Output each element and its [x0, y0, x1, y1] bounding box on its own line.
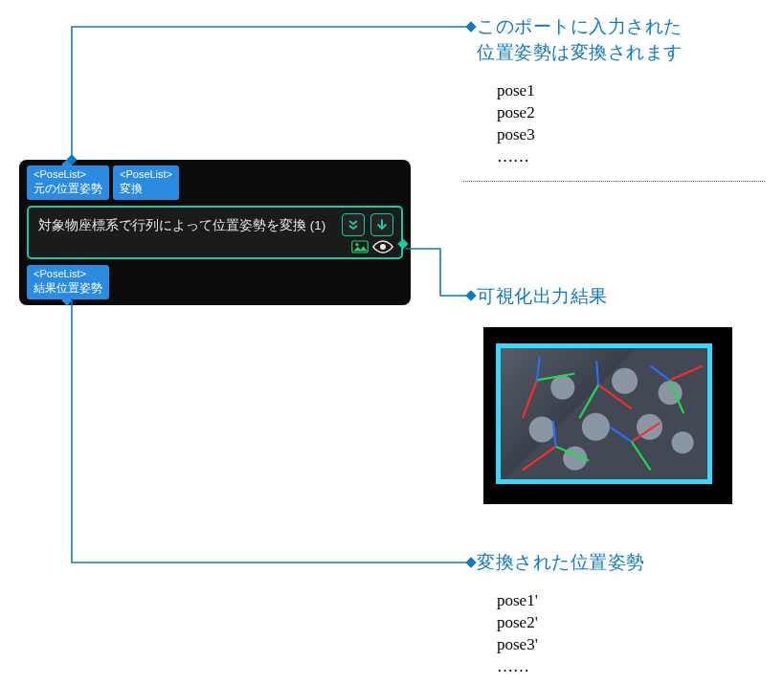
output-port-result-poses[interactable]: <PoseList> 結果位置姿勢 [27, 265, 109, 299]
svg-line-3 [523, 380, 537, 418]
separator [463, 181, 765, 182]
svg-line-6 [598, 385, 632, 408]
annotation-text: 変換された位置姿勢 [477, 552, 645, 572]
svg-rect-19 [465, 21, 476, 32]
svg-point-1 [355, 243, 358, 246]
annotation-text: このポートに入力された [477, 16, 683, 36]
input-port-row: <PoseList> 元の位置姿勢 <PoseList> 変換 [27, 165, 403, 200]
svg-point-2 [380, 244, 386, 250]
visibility-icon[interactable] [372, 240, 393, 254]
list-item: pose2 [497, 102, 535, 124]
port-label: 結果位置姿勢 [34, 281, 102, 296]
annotation-text: 位置姿勢は変換されます [477, 42, 683, 62]
run-button[interactable] [370, 213, 393, 236]
port-type: <PoseList> [34, 268, 102, 281]
annotation-output-title: 変換された位置姿勢 [477, 550, 645, 576]
annotation-input-title: このポートに入力された 位置姿勢は変換されます [477, 14, 683, 65]
port-label: 元の位置姿勢 [34, 182, 102, 196]
svg-line-7 [579, 385, 598, 418]
svg-line-11 [651, 366, 670, 381]
port-label: 変換 [120, 182, 172, 196]
port-type: <PoseList> [34, 168, 102, 182]
node-action-buttons [342, 213, 393, 236]
svg-line-15 [632, 423, 661, 442]
list-item: …… [497, 146, 535, 168]
step-node: <PoseList> 元の位置姿勢 <PoseList> 変換 対象物座標系で行… [19, 160, 411, 305]
output-connector-icon [397, 238, 408, 249]
visualize-toggle-row [38, 240, 393, 254]
svg-line-4 [537, 373, 575, 380]
list-item: pose1 [497, 80, 535, 102]
double-chevron-down-icon [347, 218, 360, 232]
annotation-output-list: pose1' pose2' pose3' …… [497, 590, 538, 678]
input-port-transform[interactable]: <PoseList> 変換 [113, 165, 179, 200]
list-item: pose2' [497, 612, 538, 634]
expand-button[interactable] [342, 213, 365, 236]
svg-line-14 [553, 421, 556, 447]
list-item: …… [497, 656, 538, 678]
svg-line-17 [611, 428, 632, 442]
annotation-input-list: pose1 pose2 pose3 …… [497, 80, 535, 168]
svg-line-12 [523, 447, 556, 471]
annotation-vis-title: 可視化出力結果 [477, 284, 608, 310]
input-port-original-poses[interactable]: <PoseList> 元の位置姿勢 [27, 165, 109, 200]
image-output-icon[interactable] [351, 240, 369, 254]
svg-rect-20 [465, 290, 476, 300]
annotation-text: 可視化出力結果 [477, 286, 608, 306]
svg-rect-21 [465, 557, 476, 567]
svg-line-16 [632, 442, 651, 471]
svg-line-5 [537, 357, 540, 381]
list-item: pose3' [497, 634, 538, 656]
svg-line-10 [669, 380, 683, 413]
visualization-result-image [483, 327, 732, 504]
pose-axes-overlay [484, 328, 731, 503]
node-body[interactable]: 対象物座標系で行列によって位置姿勢を変換 (1) [27, 206, 403, 259]
svg-line-13 [556, 447, 590, 461]
output-port-row: <PoseList> 結果位置姿勢 [27, 265, 403, 299]
arrow-down-icon [375, 218, 389, 232]
node-title: 対象物座標系で行列によって位置姿勢を変換 (1) [38, 215, 325, 234]
svg-line-8 [596, 362, 598, 386]
list-item: pose3 [497, 124, 535, 146]
list-item: pose1' [497, 590, 538, 612]
port-type: <PoseList> [120, 168, 172, 182]
svg-line-9 [669, 366, 703, 381]
